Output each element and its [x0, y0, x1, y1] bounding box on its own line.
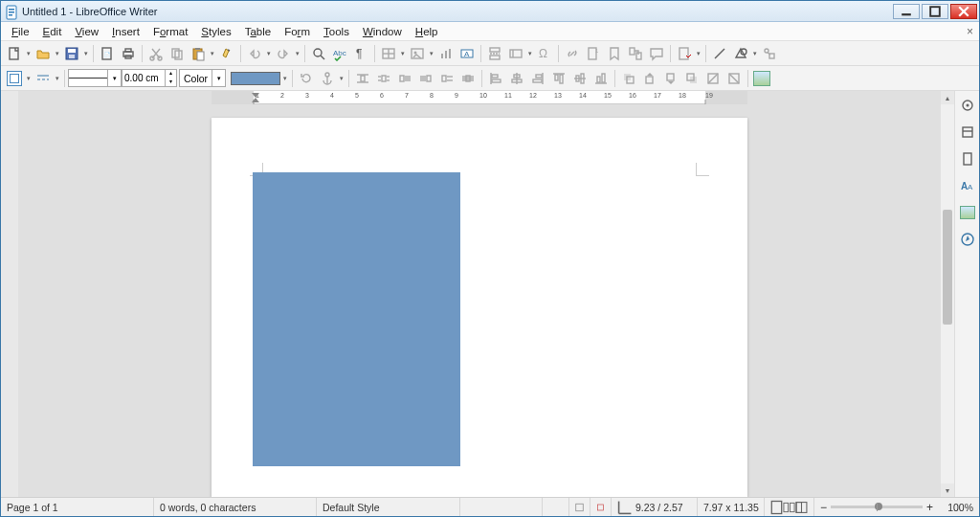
insert-footnote-button[interactable]: 1: [583, 43, 604, 64]
maximize-button[interactable]: [922, 4, 948, 19]
insert-pagebreak-button[interactable]: [484, 43, 505, 64]
fill-color-dropdown[interactable]: [281, 68, 289, 89]
align-left-obj-button[interactable]: [485, 68, 506, 89]
sidebar-gallery-icon[interactable]: [959, 204, 976, 221]
forward-one-button[interactable]: [639, 68, 660, 89]
track-changes-button[interactable]: [674, 43, 695, 64]
anchor-dropdown[interactable]: [338, 68, 345, 89]
zoom-slider-knob[interactable]: [875, 503, 882, 510]
wrap-off-button[interactable]: [352, 68, 373, 89]
insert-table-dropdown[interactable]: [399, 43, 407, 64]
insert-table-button[interactable]: [378, 43, 399, 64]
clone-formatting-button[interactable]: [216, 43, 237, 64]
export-pdf-button[interactable]: 📄: [97, 43, 118, 64]
insert-chart-button[interactable]: [435, 43, 457, 64]
formatting-marks-button[interactable]: ¶: [350, 43, 371, 64]
chevron-down-icon[interactable]: ▾: [212, 70, 225, 86]
menu-file[interactable]: File: [5, 25, 36, 38]
save-button[interactable]: [61, 43, 82, 64]
sidebar-properties-icon[interactable]: [959, 124, 976, 141]
status-insert-mode[interactable]: [543, 498, 569, 516]
track-changes-dropdown[interactable]: [695, 43, 702, 64]
menu-table[interactable]: Table: [238, 25, 278, 38]
line-style-dropdown[interactable]: [54, 68, 61, 89]
basic-shapes-button[interactable]: [730, 43, 751, 64]
insert-hyperlink-button[interactable]: [562, 43, 583, 64]
print-button[interactable]: [118, 43, 139, 64]
insert-line-button[interactable]: [709, 43, 730, 64]
anchor-button[interactable]: [317, 68, 338, 89]
wrap-through-button[interactable]: [457, 68, 479, 89]
sidebar-styles-icon[interactable]: AA: [959, 177, 976, 194]
find-replace-button[interactable]: [308, 43, 329, 64]
insert-cross-ref-button[interactable]: [625, 43, 646, 64]
align-right-obj-button[interactable]: [527, 68, 548, 89]
menu-view[interactable]: View: [68, 25, 105, 38]
insert-textbox-button[interactable]: A: [457, 43, 478, 64]
new-doc-dropdown[interactable]: [25, 43, 33, 64]
menu-insert[interactable]: Insert: [105, 25, 146, 38]
anchor-rect-button[interactable]: [4, 68, 25, 89]
chevron-down-icon[interactable]: ▾: [107, 70, 121, 86]
save-dropdown[interactable]: [82, 43, 90, 64]
cut-button[interactable]: [145, 43, 167, 64]
undo-dropdown[interactable]: [265, 43, 273, 64]
document-page[interactable]: [212, 118, 747, 497]
open-button[interactable]: [33, 43, 54, 64]
copy-button[interactable]: [167, 43, 188, 64]
paste-button[interactable]: [188, 43, 209, 64]
menu-tools[interactable]: Tools: [317, 25, 356, 38]
line-width-input[interactable]: [122, 73, 165, 83]
insert-image-button[interactable]: [407, 43, 428, 64]
wrap-right-button[interactable]: [436, 68, 457, 89]
to-background-button[interactable]: [724, 68, 745, 89]
align-bottom-button[interactable]: [590, 68, 612, 89]
sidebar-page-icon[interactable]: [959, 150, 976, 168]
sidebar-navigator-icon[interactable]: [959, 231, 976, 248]
wrap-left-button[interactable]: [415, 68, 436, 89]
paste-dropdown[interactable]: [209, 43, 216, 64]
status-zoom-value[interactable]: 100%: [939, 498, 979, 516]
line-style-button[interactable]: [33, 68, 54, 89]
insert-bookmark-button[interactable]: [604, 43, 625, 64]
redo-button[interactable]: [273, 43, 294, 64]
zoom-slider[interactable]: [831, 506, 923, 508]
menu-form[interactable]: Form: [278, 25, 317, 38]
redo-dropdown[interactable]: [294, 43, 301, 64]
insert-special-char-button[interactable]: Ω: [534, 43, 555, 64]
to-foreground-button[interactable]: [702, 68, 724, 89]
line-width-combo[interactable]: ▾: [68, 69, 122, 87]
line-width-spinbox[interactable]: ▴▾: [122, 69, 177, 87]
insert-caption-button[interactable]: [751, 68, 772, 89]
align-center-h-button[interactable]: [506, 68, 527, 89]
menu-edit[interactable]: Edit: [36, 25, 69, 38]
undo-button[interactable]: [244, 43, 265, 64]
status-language[interactable]: [460, 498, 543, 516]
menu-format[interactable]: Format: [146, 25, 194, 38]
zoom-in-icon[interactable]: +: [926, 501, 933, 514]
send-back-button[interactable]: [681, 68, 702, 89]
horizontal-ruler[interactable]: 1 2 3 4 5 6 7 8 9 10 11 12 13 14: [212, 91, 747, 104]
scroll-up-icon[interactable]: ▴: [941, 91, 954, 104]
insert-comment-button[interactable]: [646, 43, 667, 64]
zoom-out-icon[interactable]: −: [820, 501, 827, 514]
new-doc-button[interactable]: [4, 43, 25, 64]
sidebar-settings-icon[interactable]: [959, 97, 976, 114]
status-view-layout[interactable]: [765, 498, 814, 516]
insert-field-dropdown[interactable]: [526, 43, 534, 64]
menu-help[interactable]: Help: [409, 25, 445, 38]
rectangle-shape[interactable]: [253, 172, 460, 466]
align-top-button[interactable]: [548, 68, 569, 89]
spin-down-icon[interactable]: ▾: [165, 79, 176, 87]
scrollbar-track[interactable]: [941, 104, 954, 483]
wrap-page-button[interactable]: [373, 68, 394, 89]
scrollbar-thumb[interactable]: [943, 210, 952, 325]
bring-front-button[interactable]: [618, 68, 639, 89]
insert-field-button[interactable]: [505, 43, 526, 64]
menu-window[interactable]: Window: [356, 25, 409, 38]
minimize-button[interactable]: [893, 4, 920, 19]
rotate-button[interactable]: [296, 68, 317, 89]
status-selection-mode[interactable]: [569, 498, 590, 516]
fill-mode-combo[interactable]: Color ▾: [179, 69, 226, 87]
status-page[interactable]: Page 1 of 1: [1, 498, 154, 516]
